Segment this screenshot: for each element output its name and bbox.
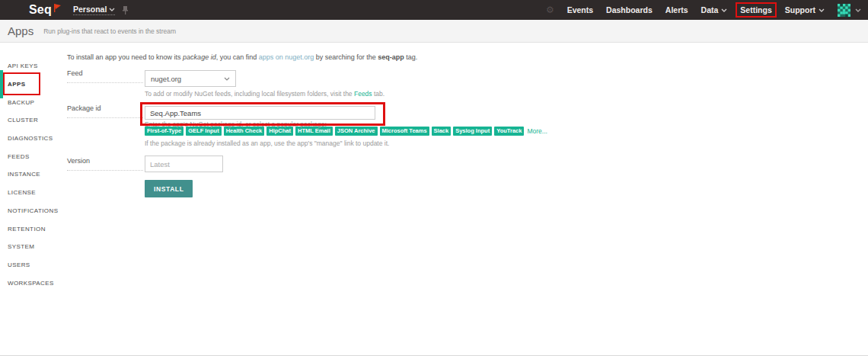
page-subtitle: Run plug-ins that react to events in the… (43, 27, 176, 35)
nav-item-events[interactable]: Events (567, 5, 593, 14)
package-tag-json-archive[interactable]: JSON Archive (335, 127, 378, 136)
chevron-down-icon (721, 8, 727, 12)
package-tag-microsoft-teams[interactable]: Microsoft Teams (380, 127, 429, 136)
feed-helper-part1: To add or modify NuGet feeds, including … (145, 90, 354, 98)
package-tag-youtrack[interactable]: YouTrack (494, 127, 524, 136)
package-id-input[interactable] (145, 106, 375, 120)
feed-label: Feed (67, 69, 143, 83)
nuget-link[interactable]: apps on nuget.org (259, 53, 314, 61)
intro-part3: by searching for the (314, 53, 378, 61)
intro-text: To install an app you need to know its p… (67, 53, 417, 61)
chevron-down-icon (819, 8, 825, 12)
install-button[interactable]: INSTALL (145, 180, 193, 197)
user-menu[interactable] (838, 4, 861, 17)
nav-item-alerts[interactable]: Alerts (665, 5, 688, 14)
package-tag-slack[interactable]: Slack (432, 127, 452, 136)
intro-part1: To install an app you need to know its (67, 53, 183, 61)
feeds-tab-link[interactable]: Feeds (354, 90, 372, 98)
version-input[interactable] (145, 156, 223, 172)
top-navbar: Seq Personal ⚙ Events Dashboards Alerts … (0, 0, 868, 20)
nav-item-settings[interactable]: Settings (740, 5, 771, 14)
nav-item-data-label: Data (701, 5, 719, 14)
package-id-label: Package id (67, 104, 143, 118)
feed-helper-part2: tab. (372, 90, 385, 98)
chevron-down-icon (109, 8, 115, 11)
navbar-right: ⚙ Events Dashboards Alerts Data Settings… (546, 4, 868, 17)
seq-settings-apps-page: Seq Personal ⚙ Events Dashboards Alerts … (0, 0, 868, 356)
gear-icon[interactable]: ⚙ (546, 5, 554, 14)
intro-seq-app-tag: seq-app (378, 53, 404, 61)
feed-select-value: nuget.org (151, 75, 181, 83)
package-note-text: If the package is already installed as a… (145, 140, 389, 147)
page-title: Apps (8, 24, 34, 37)
intro-package-id: package id (183, 53, 216, 61)
nav-item-data[interactable]: Data (701, 5, 728, 14)
version-label: Version (67, 157, 143, 171)
chevron-down-icon (224, 77, 230, 81)
apps-install-form: To install an app you need to know its p… (0, 43, 868, 355)
seq-logo[interactable]: Seq (29, 3, 61, 17)
flag-icon (53, 4, 61, 12)
seq-logo-text: Seq (29, 3, 52, 17)
more-packages-link[interactable]: More... (527, 127, 547, 135)
nav-item-support[interactable]: Support (785, 5, 825, 14)
workspace-label: Personal (73, 5, 107, 14)
feed-helper-text: To add or modify NuGet feeds, including … (145, 90, 385, 98)
intro-part4: tag. (404, 53, 418, 61)
package-helper-text: Enter the app's NuGet package id, or sel… (145, 120, 327, 128)
pin-icon[interactable] (122, 6, 129, 14)
user-avatar-identicon (838, 4, 850, 17)
nav-item-support-label: Support (785, 5, 815, 14)
workspace-selector[interactable]: Personal (73, 5, 115, 15)
feed-select[interactable]: nuget.org (145, 70, 236, 87)
chevron-down-icon (855, 8, 861, 12)
package-tag-syslog-input[interactable]: Syslog Input (453, 127, 492, 136)
page-header: Apps Run plug-ins that react to events i… (0, 20, 868, 43)
nav-item-dashboards[interactable]: Dashboards (606, 5, 653, 14)
intro-part2: , you can find (216, 53, 259, 61)
